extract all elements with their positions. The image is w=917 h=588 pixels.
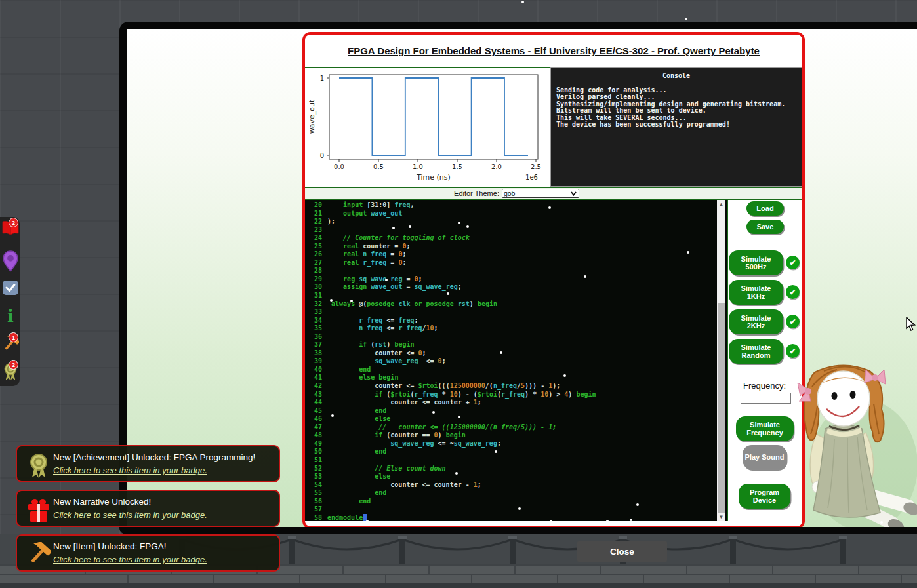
snow-dot	[880, 521, 883, 524]
code-line[interactable]: 47 // counter <= ((125000000/(n_freq/5))…	[305, 423, 717, 432]
snow-dot	[458, 416, 460, 418]
info-icon[interactable]: i	[2, 307, 19, 325]
code-line[interactable]: 39 sq_wave_reg <= 0;	[305, 357, 717, 366]
code-line[interactable]: 25 real counter = 0;	[305, 243, 717, 251]
map-pin-icon[interactable]	[2, 250, 19, 269]
code-line[interactable]: 34 r_freq <= freq;	[305, 317, 717, 325]
line-number: 43	[305, 391, 327, 399]
game-sidebar-toolbar: 2i12	[0, 217, 20, 386]
queue-post	[510, 536, 516, 564]
svg-text:2.0: 2.0	[491, 163, 502, 170]
code-line[interactable]: 43 if ($rtoi(r_freq * 10) - ($rtoi(r_fre…	[305, 391, 717, 399]
editor-theme-select[interactable]: gob	[502, 189, 579, 198]
code-line[interactable]: 42 counter <= $rtoi(((125000000/(n_freq/…	[305, 382, 717, 391]
code-line[interactable]: 38 counter <= 0;	[305, 349, 717, 358]
snow-dot	[518, 507, 521, 510]
line-number: 26	[305, 250, 327, 259]
code-line[interactable]: 53 else	[305, 473, 717, 481]
code-line[interactable]: 22);	[305, 218, 717, 226]
rag-doll-image	[782, 361, 917, 527]
scrollbar-thumb[interactable]	[718, 303, 725, 513]
save-button[interactable]: Save	[746, 220, 784, 234]
code-line[interactable]: 51	[305, 456, 717, 465]
svg-text:1e6: 1e6	[525, 174, 538, 181]
play-sound-button[interactable]: Play Sound	[743, 445, 786, 469]
code-line[interactable]: 37 if (rst) begin	[305, 341, 717, 349]
code-line[interactable]: 35 n_freq <= r_freq/10;	[305, 324, 717, 333]
scroll-down-icon[interactable]: ▼	[717, 513, 725, 521]
code-line[interactable]: 40 end	[305, 366, 717, 374]
simulate-2khz-button[interactable]: Simulate 2KHz	[729, 309, 783, 334]
scroll-up-icon[interactable]: ▲	[717, 200, 725, 208]
toast-badge-link[interactable]: Click here to see this item in your badg…	[53, 510, 207, 520]
editor-scrollbar[interactable]: ▲ ▼	[717, 200, 725, 521]
notification-toast[interactable]: New Narrative Unlocked!Click here to see…	[16, 490, 280, 527]
snow-dot	[567, 521, 569, 524]
gift-icon	[27, 498, 51, 522]
line-number: 36	[305, 333, 327, 342]
code-line[interactable]: 30 assign wave_out = sq_wave_reg;	[305, 283, 717, 292]
simulate-random-button[interactable]: Simulate Random	[729, 339, 783, 364]
code-line[interactable]: 46 else	[305, 415, 717, 423]
line-number: 22	[305, 218, 327, 226]
code-line[interactable]: 41 else begin	[305, 374, 717, 382]
notification-badge: 2	[9, 218, 18, 227]
snow-dot	[432, 411, 435, 414]
floor-tile-row	[0, 574, 917, 583]
simulate-1khz-button[interactable]: Simulate 1KHz	[729, 280, 783, 305]
code-line[interactable]: 56 end	[305, 498, 717, 506]
code-line[interactable]: 23	[305, 226, 717, 235]
code-line[interactable]: 54 counter <= counter - 1;	[305, 481, 717, 490]
queue-post	[399, 536, 405, 564]
code-line[interactable]: 52 // Else count down	[305, 465, 717, 473]
line-number: 25	[305, 243, 327, 251]
mouse-cursor	[906, 317, 916, 332]
code-line[interactable]: 28	[305, 267, 717, 275]
notification-toast[interactable]: New [Achievement] Unlocked: FPGA Program…	[16, 445, 280, 482]
line-number: 40	[305, 366, 327, 374]
code-line[interactable]: 21 output wave_out	[305, 210, 717, 218]
simulate-500hz-button[interactable]: Simulate 500Hz	[729, 250, 783, 275]
code-line[interactable]: 27 real r_freq = 0;	[305, 259, 717, 267]
code-line[interactable]: 57	[305, 505, 717, 514]
toast-badge-link[interactable]: Click here to see this item in your badg…	[53, 555, 207, 564]
notification-toast[interactable]: New [Item] Unlocked: FPGA!Click here to …	[16, 534, 280, 572]
snow-dot	[630, 519, 632, 521]
load-button[interactable]: Load	[746, 201, 784, 216]
checkbox-icon[interactable]	[2, 280, 19, 298]
editor-theme-bar: Editor Theme: gob	[305, 187, 802, 200]
line-number: 24	[305, 234, 327, 243]
code-line[interactable]: 55 end	[305, 489, 717, 498]
code-line[interactable]: 33	[305, 308, 717, 317]
line-number: 49	[305, 440, 327, 448]
line-number: 46	[305, 415, 327, 423]
snow-dot	[521, 1, 524, 3]
toast-title: New Narrative Unlocked!	[53, 497, 151, 507]
line-number: 37	[305, 341, 327, 349]
console-panel: Console Sending code for analysis... Ver…	[550, 67, 802, 187]
snow-dot	[563, 374, 566, 377]
game-stage: FPGA Design For Embedded Systems - Elf U…	[0, 0, 917, 588]
snow-dot	[548, 206, 551, 209]
code-editor[interactable]: 20 input [31:0] freq,21 output wave_out2…	[305, 200, 728, 521]
svg-text:2.5: 2.5	[531, 163, 541, 170]
code-line[interactable]: 44 counter <= counter + 1;	[305, 399, 717, 407]
svg-text:i: i	[7, 307, 14, 325]
code-line[interactable]: 20 input [31:0] freq,	[305, 201, 717, 210]
code-line[interactable]: 29 reg sq_wave_reg = 0;	[305, 275, 717, 284]
code-line[interactable]: 50 end	[305, 448, 717, 456]
code-line[interactable]: 26 real n_freq = 0;	[305, 250, 717, 259]
code-line[interactable]: 49 sq_wave_reg <= ~sq_wave_reg;	[305, 440, 717, 448]
code-line[interactable]: 48 if (counter == 0) begin	[305, 431, 717, 440]
toast-badge-link[interactable]: Click here to see this item in your badg…	[53, 465, 207, 475]
line-number: 54	[305, 481, 327, 490]
code-line[interactable]: 36	[305, 333, 717, 342]
code-line[interactable]: 24 // Counter for toggling of clock	[305, 234, 717, 243]
snow-dot	[458, 222, 460, 224]
checkmark-icon: ✔	[786, 344, 800, 358]
code-line[interactable]: 31	[305, 292, 717, 300]
close-button[interactable]: Close	[577, 541, 667, 562]
code-line[interactable]: 32 always @(posedge clk or posedge rst) …	[305, 300, 717, 309]
code-line[interactable]: 45 end	[305, 407, 717, 416]
snow-dot	[455, 472, 458, 475]
